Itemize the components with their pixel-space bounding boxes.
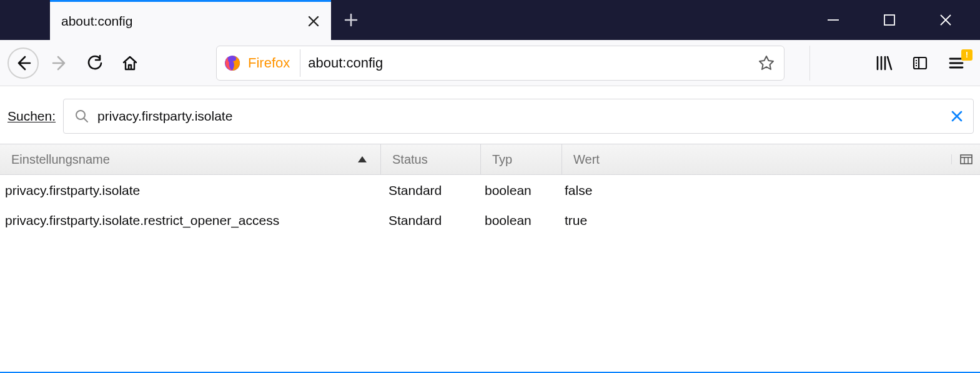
bookmark-star-icon[interactable] [753, 49, 780, 77]
close-tab-icon[interactable] [305, 12, 322, 30]
reload-button[interactable] [77, 46, 112, 81]
new-tab-button[interactable] [331, 0, 371, 40]
cell-value: false [562, 183, 980, 198]
column-header-type[interactable]: Typ [481, 144, 562, 174]
config-table-header: Einstellungsname Status Typ Wert [0, 144, 980, 175]
column-header-value-label: Wert [573, 152, 600, 167]
identity-box[interactable]: Firefox [223, 49, 300, 77]
table-row[interactable]: privacy.firstparty.isolate.restrict_open… [0, 205, 980, 235]
library-button[interactable] [866, 46, 901, 81]
browser-tab[interactable]: about:config [50, 0, 331, 40]
window-controls [805, 0, 980, 40]
column-header-value[interactable]: Wert [562, 144, 951, 174]
url-bar[interactable]: Firefox about:config [216, 46, 784, 81]
column-header-name-label: Einstellungsname [11, 152, 110, 167]
url-text[interactable]: about:config [308, 55, 753, 71]
toolbar-right: ! [809, 46, 975, 81]
table-row[interactable]: privacy.firstparty.isolateStandardboolea… [0, 175, 980, 205]
column-header-status-label: Status [392, 152, 428, 167]
about-config-page: Suchen: Einstellungsname Status Typ Wert… [0, 86, 980, 373]
forward-button[interactable] [42, 46, 77, 81]
cell-value: true [562, 213, 980, 228]
search-icon [75, 109, 89, 123]
navigation-toolbar: Firefox about:config ! [0, 40, 980, 86]
tab-strip-prefix [0, 0, 50, 40]
svg-rect-4 [961, 155, 972, 164]
column-header-type-label: Typ [492, 152, 512, 167]
svg-rect-0 [884, 15, 894, 25]
clear-search-icon[interactable] [947, 106, 967, 126]
minimize-button[interactable] [805, 0, 861, 40]
identity-label: Firefox [248, 55, 290, 71]
close-window-button[interactable] [918, 0, 974, 40]
firefox-logo-icon [223, 54, 242, 72]
config-search-input[interactable] [97, 109, 947, 124]
app-menu-button[interactable]: ! [939, 46, 974, 81]
tab-title: about:config [61, 14, 305, 29]
notification-badge-icon: ! [961, 49, 973, 61]
config-search-box[interactable] [63, 99, 974, 134]
cell-status: Standard [381, 183, 481, 198]
column-header-name[interactable]: Einstellungsname [0, 144, 381, 174]
cell-type: boolean [481, 183, 562, 198]
sidebar-button[interactable] [903, 46, 938, 81]
column-picker-icon[interactable] [951, 154, 980, 164]
config-table-body: privacy.firstparty.isolateStandardboolea… [0, 175, 980, 373]
config-search-row: Suchen: [0, 90, 980, 144]
back-button[interactable] [7, 47, 39, 79]
column-header-status[interactable]: Status [381, 144, 481, 174]
cell-status: Standard [381, 213, 481, 228]
config-search-label: Suchen: [7, 109, 56, 124]
cell-type: boolean [481, 213, 562, 228]
cell-name: privacy.firstparty.isolate [0, 183, 381, 198]
home-button[interactable] [112, 46, 147, 81]
maximize-button[interactable] [861, 0, 918, 40]
cell-name: privacy.firstparty.isolate.restrict_open… [0, 213, 381, 228]
titlebar: about:config [0, 0, 980, 40]
